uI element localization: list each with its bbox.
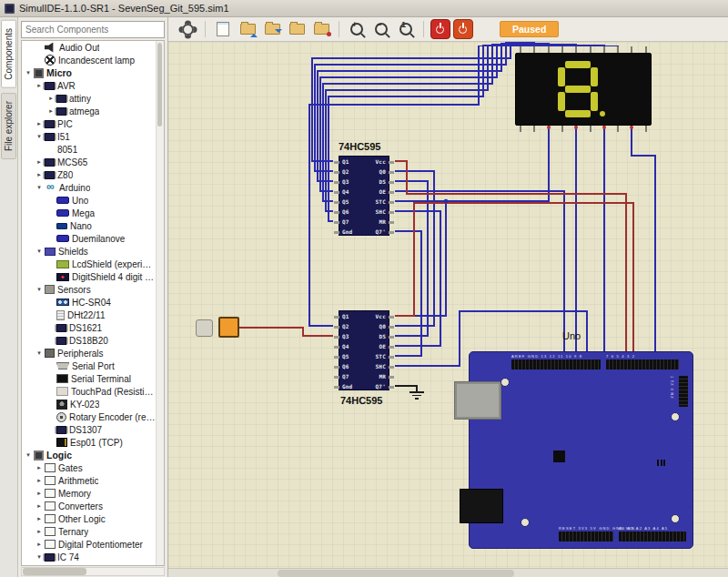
tree-item[interactable]: Nano: [22, 219, 157, 232]
expand-arrow[interactable]: [24, 451, 33, 459]
expand-arrow[interactable]: [35, 490, 44, 497]
tree-item[interactable]: TouchPad (Resistive): [22, 385, 157, 398]
info-button[interactable]: [310, 19, 332, 40]
tree-item[interactable]: DS18B20: [22, 334, 157, 347]
power-header[interactable]: [559, 531, 613, 542]
tree-item[interactable]: Arduino: [22, 181, 157, 194]
tree-item[interactable]: DigitShield 4 digit 7-seg...: [22, 270, 157, 283]
tree-item[interactable]: Mega: [22, 207, 157, 219]
tree-item[interactable]: Z80: [22, 168, 157, 181]
tree-scrollbar[interactable]: [156, 41, 164, 565]
tab-file-explorer[interactable]: File explorer: [1, 93, 16, 159]
expand-arrow[interactable]: [35, 553, 44, 561]
expand-arrow[interactable]: [35, 158, 44, 166]
chip-icon: [45, 120, 55, 128]
tree-item[interactable]: HC-SR04: [22, 296, 157, 309]
tree-item[interactable]: Esp01 (TCP): [22, 436, 157, 449]
tree-item[interactable]: Memory: [22, 487, 157, 500]
tree-item-label: Digital Potentiometer: [58, 540, 143, 550]
push-button[interactable]: [218, 317, 239, 338]
expand-arrow[interactable]: [35, 184, 44, 191]
export-circuit-button[interactable]: [286, 19, 308, 40]
tree-item[interactable]: MCS65: [22, 156, 157, 168]
expand-arrow[interactable]: [35, 541, 44, 548]
tree-item[interactable]: Serial Terminal: [22, 372, 157, 385]
expand-arrow[interactable]: [46, 95, 56, 102]
expand-arrow[interactable]: [35, 120, 44, 127]
digital-header-2[interactable]: [606, 359, 679, 369]
tree-item[interactable]: Arithmetic: [22, 474, 157, 487]
switch-component[interactable]: [196, 319, 213, 337]
expand-arrow[interactable]: [46, 107, 56, 115]
expand-arrow[interactable]: [35, 477, 44, 484]
tree-category-logic[interactable]: Logic: [22, 449, 157, 461]
tree-item-label: I51: [57, 132, 70, 142]
tree-item[interactable]: PIC: [22, 117, 157, 130]
new-circuit-button[interactable]: [212, 19, 234, 40]
expand-arrow[interactable]: [35, 349, 44, 357]
expand-arrow[interactable]: [35, 515, 44, 522]
digital-header-1[interactable]: [511, 359, 601, 369]
search-input[interactable]: [21, 21, 165, 38]
tree-hscrollbar[interactable]: [21, 567, 165, 576]
save-circuit-button[interactable]: [261, 19, 283, 40]
tree-category-micro[interactable]: Micro: [22, 66, 157, 79]
canvas-hscrollbar-thumb[interactable]: [278, 570, 514, 577]
tree-item[interactable]: Peripherals: [22, 347, 157, 359]
arduino-uno-board[interactable]: AREF GND 13 12 11 10 9 8 7 6 5 4 3 2 1 T…: [469, 351, 693, 549]
tree-item[interactable]: IC 74: [22, 551, 157, 563]
expand-arrow[interactable]: [35, 528, 44, 535]
zoom-in-button[interactable]: [346, 19, 368, 40]
tree-item[interactable]: Ternary: [22, 525, 157, 538]
paused-button[interactable]: Paused: [500, 21, 559, 37]
tree-item[interactable]: Rotary Encoder (relative): [22, 410, 157, 423]
tree-item[interactable]: Sensors: [22, 283, 157, 296]
tree-item[interactable]: atmega: [22, 105, 157, 117]
settings-button[interactable]: [177, 19, 198, 40]
seven-segment-display[interactable]: [515, 53, 652, 126]
zoom-out-button[interactable]: [370, 19, 392, 40]
tree-hscrollbar-thumb[interactable]: [23, 568, 86, 575]
tree-item[interactable]: I51: [22, 130, 157, 143]
tree-scrollbar-thumb[interactable]: [157, 43, 162, 127]
tree-item[interactable]: DS1621: [22, 321, 157, 334]
shift-register-2[interactable]: Q1Q2Q3Q4Q5Q6Q7Gnd VccQ0DSOESTCSHCMRQ7': [339, 310, 389, 390]
tree-item[interactable]: 8051: [22, 143, 157, 156]
analog-header[interactable]: [619, 531, 686, 542]
tree-item-label: Serial Port: [72, 361, 115, 371]
canvas-hscrollbar[interactable]: [168, 568, 728, 577]
expand-arrow[interactable]: [35, 133, 44, 140]
tree-item[interactable]: attiny: [22, 92, 157, 105]
zoom-one-button[interactable]: [395, 19, 417, 40]
tree-item[interactable]: Converters: [22, 500, 157, 512]
tree-item[interactable]: 7400-7400: [22, 563, 157, 565]
tree-item[interactable]: Shields: [22, 245, 157, 258]
expand-arrow[interactable]: [35, 248, 44, 255]
circuit-canvas[interactable]: 74HC595 Q1Q2Q3Q4Q5Q6Q7Gnd VccQ0DSOESTCSH…: [168, 42, 728, 568]
expand-arrow[interactable]: [35, 502, 44, 510]
power-circuit-button[interactable]: [430, 19, 450, 39]
expand-arrow[interactable]: [35, 82, 44, 89]
tree-item[interactable]: Serial Port: [22, 359, 157, 372]
tree-item[interactable]: Gates: [22, 461, 157, 474]
tab-components[interactable]: Components: [1, 20, 16, 88]
expand-arrow[interactable]: [24, 69, 33, 76]
expand-arrow[interactable]: [35, 464, 44, 471]
tree-item[interactable]: Incandescent lamp: [22, 54, 157, 66]
open-circuit-button[interactable]: [237, 19, 258, 40]
tree-item[interactable]: Other Logic: [22, 512, 157, 525]
tree-item[interactable]: DS1307: [22, 423, 157, 436]
tree-item[interactable]: Audio Out: [22, 41, 157, 54]
tree-item[interactable]: KY-023: [22, 398, 157, 410]
shift-register-1[interactable]: Q1Q2Q3Q4Q5Q6Q7Gnd VccQ0DSOESTCSHCMRQ7': [339, 156, 389, 236]
tree-item[interactable]: Duemilanove: [22, 232, 157, 245]
tree-item[interactable]: LcdShield (experimental): [22, 258, 157, 270]
tree-item[interactable]: Digital Potentiometer: [22, 538, 157, 551]
expand-arrow[interactable]: [35, 171, 44, 178]
expand-arrow[interactable]: [35, 286, 44, 293]
power-all-button[interactable]: [453, 19, 473, 39]
tree-item[interactable]: Uno: [22, 194, 157, 207]
serial-header[interactable]: [679, 376, 688, 407]
tree-item[interactable]: DHt22/11: [22, 309, 157, 321]
tree-item[interactable]: AVR: [22, 79, 157, 92]
